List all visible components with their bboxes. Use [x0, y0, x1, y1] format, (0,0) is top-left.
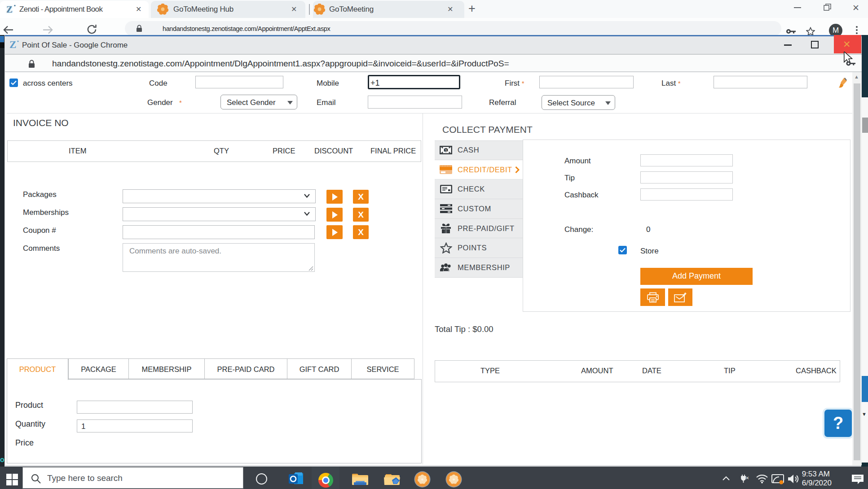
svg-text:Z: Z — [6, 4, 13, 14]
svg-text:✕: ✕ — [745, 476, 749, 480]
svg-text:1: 1 — [445, 148, 447, 153]
svg-text:Z: Z — [9, 39, 16, 50]
